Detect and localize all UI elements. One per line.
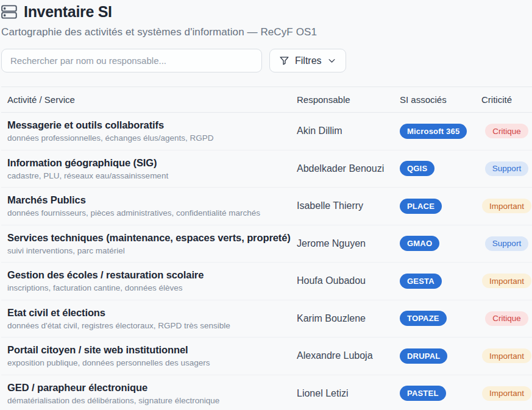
criticality-cell: Important xyxy=(481,348,532,363)
activity-description: exposition publique, données personnelle… xyxy=(7,358,292,367)
system-badge[interactable]: QGIS xyxy=(400,161,434,176)
page-title: Inventaire SI xyxy=(24,3,112,21)
si-cell: GMAO xyxy=(400,236,481,251)
activity-cell: Portail citoyen / site web institutionne… xyxy=(7,344,297,367)
responsable-name: Lionel Letizi xyxy=(297,388,400,399)
responsable-name: Abdelkader Benouzi xyxy=(297,163,400,174)
table-row[interactable]: GED / parapheur électronique dématériali… xyxy=(1,375,532,410)
criticality-cell: Important xyxy=(481,274,532,288)
activity-description: cadastre, PLU, réseaux eau/assainissemen… xyxy=(7,171,292,180)
criticality-badge: Support xyxy=(485,161,528,176)
criticality-cell: Critique xyxy=(481,311,532,326)
activity-name: Information géographique (SIG) xyxy=(7,157,292,169)
criticality-cell: Important xyxy=(481,386,532,401)
table-row[interactable]: Information géographique (SIG) cadastre,… xyxy=(1,150,532,188)
responsable-name: Karim Bouzlene xyxy=(297,313,400,324)
activity-description: suivi interventions, parc matériel xyxy=(7,246,292,255)
activity-cell: Services techniques (maintenance, espace… xyxy=(7,232,297,255)
system-badge[interactable]: DRUPAL xyxy=(400,348,447,364)
responsable-name: Isabelle Thierry xyxy=(297,200,400,211)
activity-cell: GED / parapheur électronique dématériali… xyxy=(7,382,297,405)
activity-description: données fournisseurs, pièces administrat… xyxy=(7,208,292,217)
page-subtitle: Cartographie des activités et systèmes d… xyxy=(1,26,532,38)
responsable-name: Jerome Nguyen xyxy=(297,238,400,249)
activity-cell: Information géographique (SIG) cadastre,… xyxy=(7,157,297,180)
search-input[interactable] xyxy=(1,49,262,72)
si-cell: PASTEL xyxy=(400,386,481,401)
criticality-cell: Support xyxy=(481,161,532,176)
criticality-badge: Support xyxy=(485,236,528,251)
activity-cell: Messagerie et outils collaboratifs donné… xyxy=(7,119,297,143)
activity-name: Services techniques (maintenance, espace… xyxy=(7,232,292,244)
system-badge[interactable]: PASTEL xyxy=(400,386,446,401)
responsable-name: Akin Dillim xyxy=(297,125,400,136)
criticality-badge: Important xyxy=(482,274,531,288)
si-cell: TOPAZE xyxy=(400,311,481,326)
criticality-badge: Critique xyxy=(485,311,528,326)
toolbar: Filtres xyxy=(1,49,532,72)
system-badge[interactable]: TOPAZE xyxy=(400,311,447,326)
activity-name: Etat civil et élections xyxy=(7,307,292,319)
filters-button-label: Filtres xyxy=(295,55,322,66)
si-cell: Microsoft 365 xyxy=(400,124,481,139)
activity-name: Messagerie et outils collaboratifs xyxy=(7,119,292,131)
table-row[interactable]: Messagerie et outils collaboratifs donné… xyxy=(1,113,532,150)
server-stack-icon xyxy=(1,4,18,20)
table-header: Activité / Service Responsable SI associ… xyxy=(1,87,532,113)
activity-name: Gestion des écoles / restauration scolai… xyxy=(7,269,292,281)
system-badge[interactable]: Microsoft 365 xyxy=(400,124,467,139)
criticality-cell: Critique xyxy=(481,124,532,138)
activity-description: données professionnelles, échanges élus/… xyxy=(7,133,292,143)
table-row[interactable]: Portail citoyen / site web institutionne… xyxy=(1,338,532,375)
criticality-cell: Support xyxy=(481,236,532,251)
filters-button[interactable]: Filtres xyxy=(269,49,346,72)
column-header-activity: Activité / Service xyxy=(7,94,297,105)
inventory-page: Inventaire SI Cartographie des activités… xyxy=(0,0,532,410)
activity-name: Marchés Publics xyxy=(7,194,292,206)
inventory-table: Activité / Service Responsable SI associ… xyxy=(1,87,532,410)
table-row[interactable]: Marchés Publics données fournisseurs, pi… xyxy=(1,188,532,225)
table-row[interactable]: Etat civil et élections données d'état c… xyxy=(1,300,532,338)
funnel-icon xyxy=(279,55,289,66)
column-header-si: SI associés xyxy=(400,94,481,105)
chevron-down-icon xyxy=(327,56,336,65)
table-row[interactable]: Services techniques (maintenance, espace… xyxy=(1,225,532,263)
criticality-cell: Important xyxy=(481,199,532,213)
si-cell: GESTA xyxy=(400,274,481,289)
activity-cell: Gestion des écoles / restauration scolai… xyxy=(7,269,297,292)
table-row[interactable]: Gestion des écoles / restauration scolai… xyxy=(1,263,532,300)
responsable-name: Alexandre Luboja xyxy=(297,350,400,361)
system-badge[interactable]: PLACE xyxy=(400,199,442,214)
si-cell: PLACE xyxy=(400,199,481,214)
criticality-badge: Critique xyxy=(485,124,528,138)
column-header-responsable: Responsable xyxy=(297,94,400,105)
activity-cell: Marchés Publics données fournisseurs, pi… xyxy=(7,194,297,217)
system-badge[interactable]: GMAO xyxy=(400,236,439,251)
activity-description: dématérialisation des délibérations, sig… xyxy=(7,396,292,405)
system-badge[interactable]: GESTA xyxy=(400,274,442,289)
si-cell: DRUPAL xyxy=(400,348,481,364)
column-header-criticite: Criticité xyxy=(481,94,532,105)
responsable-name: Houfa Oubadou xyxy=(297,275,400,286)
activity-name: GED / parapheur électronique xyxy=(7,382,292,394)
page-header: Inventaire SI xyxy=(1,3,532,21)
table-body: Messagerie et outils collaboratifs donné… xyxy=(1,113,532,410)
activity-description: données d'état civil, registres électora… xyxy=(7,321,292,330)
criticality-badge: Important xyxy=(482,348,531,363)
activity-name: Portail citoyen / site web institutionne… xyxy=(7,344,292,356)
activity-cell: Etat civil et élections données d'état c… xyxy=(7,307,297,330)
criticality-badge: Important xyxy=(482,386,531,401)
activity-description: inscriptions, facturation cantine, donné… xyxy=(7,283,292,292)
criticality-badge: Important xyxy=(482,199,531,213)
si-cell: QGIS xyxy=(400,161,481,176)
